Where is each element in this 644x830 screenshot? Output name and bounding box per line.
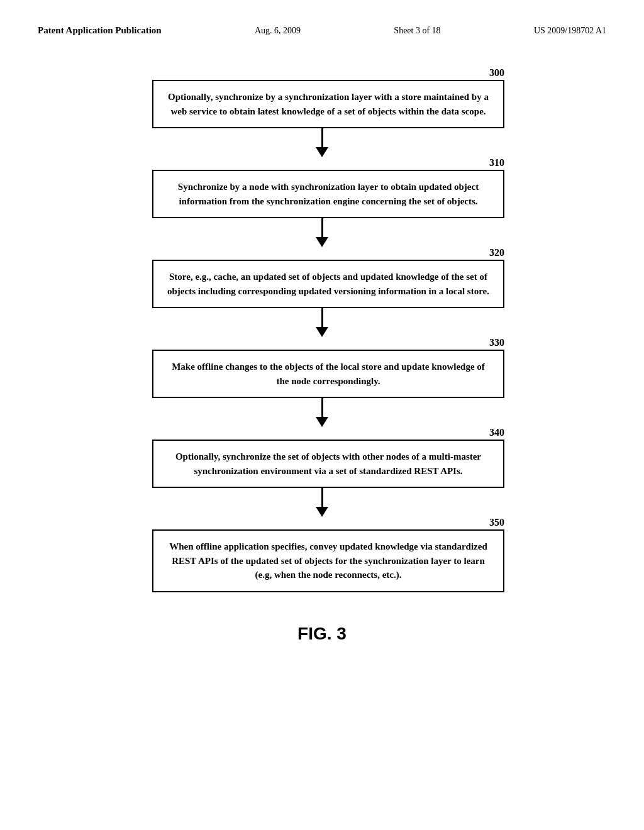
arrow-0 bbox=[146, 128, 498, 157]
arrow-1 bbox=[146, 218, 498, 247]
step-number-340: 340 bbox=[489, 427, 504, 438]
step-number-330: 330 bbox=[489, 337, 504, 348]
arrow-line-1 bbox=[321, 218, 323, 237]
arrow-line-3 bbox=[321, 398, 323, 417]
arrow-line-4 bbox=[321, 488, 323, 507]
arrow-4 bbox=[146, 488, 498, 517]
arrow-3 bbox=[146, 398, 498, 427]
step-wrapper-300: 300Optionally, synchronize by a synchron… bbox=[140, 67, 504, 128]
arrow-line-2 bbox=[321, 308, 323, 327]
step-box-350: When offline application specifies, conv… bbox=[152, 529, 504, 592]
page-header: Patent Application Publication Aug. 6, 2… bbox=[38, 25, 606, 36]
arrow-line-0 bbox=[321, 128, 323, 147]
publication-date: Aug. 6, 2009 bbox=[255, 26, 301, 36]
step-number-350: 350 bbox=[489, 517, 504, 528]
flowchart: 300Optionally, synchronize by a synchron… bbox=[38, 67, 606, 592]
publication-number: US 2009/198702 A1 bbox=[534, 26, 606, 36]
step-number-300: 300 bbox=[489, 67, 504, 79]
step-wrapper-320: 320Store, e.g., cache, an updated set of… bbox=[140, 247, 504, 308]
publication-title: Patent Application Publication bbox=[38, 25, 162, 36]
step-box-310: Synchronize by a node with synchronizati… bbox=[152, 170, 504, 218]
step-box-340: Optionally, synchronize the set of objec… bbox=[152, 440, 504, 488]
step-wrapper-340: 340Optionally, synchronize the set of ob… bbox=[140, 427, 504, 488]
figure-label: FIG. 3 bbox=[38, 624, 606, 644]
step-box-300: Optionally, synchronize by a synchroniza… bbox=[152, 80, 504, 128]
page: Patent Application Publication Aug. 6, 2… bbox=[0, 0, 644, 830]
arrow-head-2 bbox=[316, 327, 328, 337]
step-wrapper-330: 330Make offline changes to the objects o… bbox=[140, 337, 504, 398]
arrow-head-3 bbox=[316, 417, 328, 427]
arrow-head-0 bbox=[316, 147, 328, 157]
step-wrapper-310: 310Synchronize by a node with synchroniz… bbox=[140, 157, 504, 218]
arrow-head-1 bbox=[316, 237, 328, 247]
arrow-head-4 bbox=[316, 507, 328, 517]
step-number-320: 320 bbox=[489, 247, 504, 258]
step-number-310: 310 bbox=[489, 157, 504, 169]
arrow-2 bbox=[146, 308, 498, 337]
step-wrapper-350: 350When offline application specifies, c… bbox=[140, 517, 504, 592]
step-box-330: Make offline changes to the objects of t… bbox=[152, 350, 504, 398]
sheet-info: Sheet 3 of 18 bbox=[394, 26, 440, 36]
step-box-320: Store, e.g., cache, an updated set of ob… bbox=[152, 260, 504, 308]
